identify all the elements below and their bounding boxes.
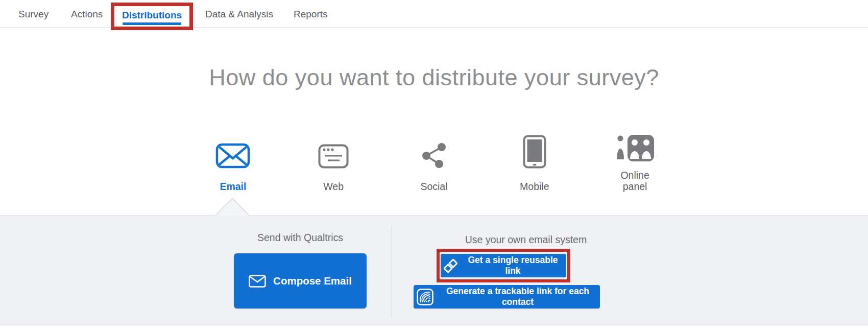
web-icon bbox=[318, 144, 349, 169]
selected-channel-pointer-fill bbox=[216, 199, 249, 216]
compose-email-label: Compose Email bbox=[273, 275, 352, 287]
channel-label-online-panel: Online panel bbox=[614, 170, 657, 192]
channel-label-mobile: Mobile bbox=[520, 181, 549, 192]
distributions-page: Survey Actions Distributions Data & Anal… bbox=[0, 0, 868, 332]
fingerprint-icon bbox=[417, 289, 433, 305]
channel-label-email: Email bbox=[220, 181, 246, 192]
channel-web[interactable]: Web bbox=[283, 130, 384, 192]
get-single-reusable-link-label: Get a single reusable link bbox=[463, 255, 563, 276]
generate-trackable-link-label: Generate a trackable link for each conta… bbox=[439, 286, 597, 307]
envelope-icon bbox=[249, 275, 266, 288]
tab-reports[interactable]: Reports bbox=[294, 9, 328, 20]
tab-data-analysis[interactable]: Data & Analysis bbox=[205, 9, 273, 20]
mobile-icon bbox=[523, 135, 546, 169]
tab-distributions[interactable]: Distributions bbox=[122, 10, 182, 21]
active-tab-underline bbox=[123, 22, 181, 25]
generate-trackable-link-button[interactable]: Generate a trackable link for each conta… bbox=[414, 285, 600, 309]
annotation-red-box-distributions: Distributions bbox=[111, 3, 193, 30]
top-nav: Survey Actions Distributions Data & Anal… bbox=[0, 0, 868, 28]
channel-label-web: Web bbox=[323, 181, 344, 192]
channel-online-panel[interactable]: Online panel bbox=[585, 130, 685, 192]
social-icon bbox=[421, 142, 447, 169]
annotation-red-box-reusable-link: Get a single reusable link bbox=[437, 249, 570, 282]
email-icon bbox=[215, 143, 250, 169]
channel-social[interactable]: Social bbox=[384, 130, 485, 192]
page-title: How do you want to distribute your surve… bbox=[0, 64, 868, 91]
get-single-reusable-link-button[interactable]: Get a single reusable link bbox=[441, 254, 566, 277]
panel-divider bbox=[392, 225, 392, 318]
email-distribution-panel: Send with Qualtrics Compose Email Use yo… bbox=[0, 215, 868, 325]
tab-survey[interactable]: Survey bbox=[18, 9, 49, 20]
own-email-system-heading: Use your own email system bbox=[444, 234, 608, 246]
send-with-qualtrics-heading: Send with Qualtrics bbox=[234, 232, 367, 244]
online-panel-icon bbox=[615, 133, 655, 161]
channel-label-social: Social bbox=[420, 181, 447, 192]
channel-mobile[interactable]: Mobile bbox=[484, 130, 585, 192]
channel-row: Email Web bbox=[183, 130, 685, 192]
link-icon bbox=[444, 259, 457, 273]
channel-email[interactable]: Email bbox=[183, 130, 283, 192]
compose-email-button[interactable]: Compose Email bbox=[234, 253, 367, 309]
tab-actions[interactable]: Actions bbox=[71, 9, 103, 20]
